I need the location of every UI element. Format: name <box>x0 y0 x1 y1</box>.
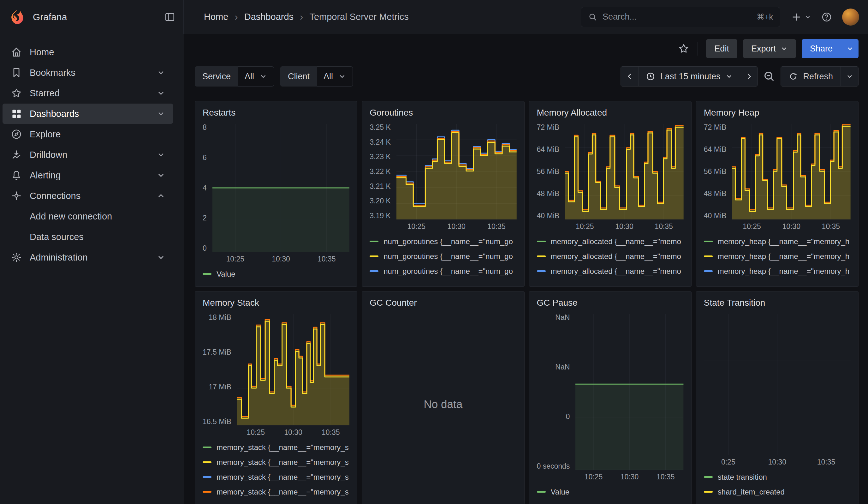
plot-area[interactable] <box>237 314 349 425</box>
sidebar-item-data-sources[interactable]: Data sources <box>2 227 173 247</box>
legend-item[interactable]: memory_stack {__name__="memory_s <box>203 440 349 455</box>
legend-label: num_goroutines {__name__="num_go <box>383 237 513 246</box>
legend-item[interactable]: memory_allocated {__name__="memo <box>537 278 684 281</box>
y-tick-label: 3.25 K <box>370 124 391 131</box>
add-new-button[interactable] <box>791 12 811 22</box>
breadcrumb-item[interactable]: Home <box>204 12 228 22</box>
sidebar-item-starred[interactable]: Starred <box>2 83 173 103</box>
y-tick-label: 8 <box>203 124 207 131</box>
sidebar-item-administration[interactable]: Administration <box>2 247 173 267</box>
legend-item[interactable]: memory_heap {__name__="memory_h <box>704 234 851 249</box>
chart-canvas[interactable] <box>237 314 349 425</box>
variable-value-dropdown[interactable]: All <box>238 66 274 86</box>
y-tick-label: 4 <box>203 184 207 192</box>
panel-title[interactable]: Restarts <box>203 106 349 119</box>
legend-item[interactable]: memory_heap {__name__="memory_h <box>704 249 851 264</box>
sidebar-toggle-icon[interactable] <box>164 12 175 22</box>
panel-title[interactable]: GC Pause <box>537 297 684 309</box>
sidebar-item-connections[interactable]: Connections <box>2 186 173 206</box>
plot-area[interactable] <box>732 124 851 219</box>
panel-goroutines: Goroutines 3.25 K3.24 K3.23 K3.22 K3.21 … <box>362 101 524 287</box>
panel-title[interactable]: Memory Stack <box>203 297 349 309</box>
legend-item[interactable]: num_goroutines {__name__="num_go <box>370 249 516 264</box>
legend-item[interactable]: memory_allocated {__name__="memo <box>537 249 684 264</box>
sidebar-item-add-new-connection[interactable]: Add new connection <box>2 206 173 226</box>
panel-title[interactable]: State Transition <box>704 297 851 309</box>
legend-item[interactable]: Value <box>537 484 684 499</box>
panel-title[interactable]: Memory Heap <box>704 106 851 119</box>
legend-item[interactable]: shard_item_created <box>704 484 851 499</box>
sidebar-item-alerting[interactable]: Alerting <box>2 165 173 185</box>
legend-item[interactable]: Value <box>203 267 349 281</box>
share-options-button[interactable] <box>841 39 859 58</box>
time-shift-forward-button[interactable] <box>740 66 757 86</box>
sidebar-item-bookmarks[interactable]: Bookmarks <box>2 63 173 83</box>
favorite-star-button[interactable] <box>678 43 689 54</box>
y-axis: 18 MiB17.5 MiB17 MiB16.5 MiB <box>203 314 237 425</box>
legend-item[interactable]: memory_stack {__name__="memory_s <box>203 470 349 484</box>
plot-area[interactable] <box>565 124 684 219</box>
plot-area[interactable] <box>213 124 349 252</box>
time-range-picker[interactable]: Last 15 minutes <box>639 66 740 86</box>
refresh-interval-button[interactable] <box>840 66 858 86</box>
y-tick-label: NaN <box>555 363 570 371</box>
legend-item[interactable]: num_goroutines {__name__="num_go <box>370 234 516 249</box>
plot-area[interactable] <box>704 314 851 455</box>
panel-title[interactable]: Memory Allocated <box>537 106 684 119</box>
sidebar-item-explore[interactable]: Explore <box>2 124 173 144</box>
legend: num_goroutines {__name__="num_gonum_goro… <box>370 234 516 281</box>
x-tick-label: 10:35 <box>644 222 684 231</box>
chart-canvas[interactable] <box>576 314 683 470</box>
export-button[interactable]: Export <box>743 39 796 58</box>
sidebar-item-dashboards[interactable]: Dashboards <box>2 104 173 124</box>
chevron-down-icon <box>157 150 165 159</box>
variable-service: ServiceAll <box>195 66 274 86</box>
panel-title[interactable]: Goroutines <box>370 106 516 119</box>
legend-item[interactable]: num_goroutines {__name__="num_go <box>370 264 516 278</box>
panel-memory-heap: Memory Heap 72 MiB64 MiB56 MiB48 MiB40 M… <box>696 101 859 287</box>
y-tick-label: 56 MiB <box>704 168 726 175</box>
legend-item[interactable]: memory_heap {__name__="memory_h <box>704 278 851 281</box>
grafana-logo-icon[interactable] <box>9 9 26 25</box>
time-shift-back-button[interactable] <box>621 66 639 86</box>
legend-item[interactable]: memory_stack {__name__="memory_s <box>203 455 349 470</box>
variable-value-dropdown[interactable]: All <box>317 66 353 86</box>
connections-icon <box>11 190 22 202</box>
legend-item[interactable]: memory_allocated {__name__="memo <box>537 264 684 278</box>
legend-label: Value <box>551 487 570 496</box>
share-button[interactable]: Share <box>802 39 841 58</box>
sidebar: Home Bookmarks Starred Dashboards Explor… <box>0 34 184 504</box>
legend: memory_stack {__name__="memory_smemory_s… <box>203 440 349 499</box>
chevron-down-icon <box>259 72 267 81</box>
chart-area: 86420 10:2510:3010:35 <box>203 124 349 266</box>
sidebar-item-home[interactable]: Home <box>2 42 173 62</box>
x-tick-label: 10:30 <box>604 222 644 231</box>
plot-area[interactable] <box>396 124 517 219</box>
legend-item[interactable]: num_goroutines {__name__="num_go <box>370 278 516 281</box>
user-avatar[interactable] <box>842 9 859 25</box>
search-text-field[interactable] <box>602 12 752 22</box>
panel-title[interactable]: GC Counter <box>370 297 516 309</box>
chevron-down-icon <box>157 171 165 180</box>
chart-canvas[interactable] <box>396 124 517 219</box>
x-tick-label: 10:35 <box>648 473 684 481</box>
drilldown-icon <box>11 149 22 161</box>
sidebar-item-drilldown[interactable]: Drilldown <box>2 145 173 165</box>
zoom-out-button[interactable] <box>763 70 776 83</box>
star-icon <box>11 88 22 99</box>
chart-canvas[interactable] <box>213 124 349 252</box>
help-button[interactable] <box>821 12 832 22</box>
chart-canvas[interactable] <box>704 314 851 455</box>
legend-item[interactable]: memory_stack {__name__="memory_s <box>203 484 349 499</box>
breadcrumb-item[interactable]: Dashboards <box>244 12 293 22</box>
chart-canvas[interactable] <box>732 124 851 219</box>
search-input[interactable]: ⌘+k <box>581 7 780 27</box>
legend-item[interactable]: memory_heap {__name__="memory_h <box>704 264 851 278</box>
plot-area[interactable] <box>576 314 683 470</box>
refresh-button[interactable]: Refresh <box>781 66 840 86</box>
legend-item[interactable]: state transition <box>704 470 851 484</box>
edit-button[interactable]: Edit <box>706 39 737 58</box>
chevron-down-icon <box>157 89 165 97</box>
chart-canvas[interactable] <box>565 124 684 219</box>
legend-item[interactable]: memory_allocated {__name__="memo <box>537 234 684 249</box>
